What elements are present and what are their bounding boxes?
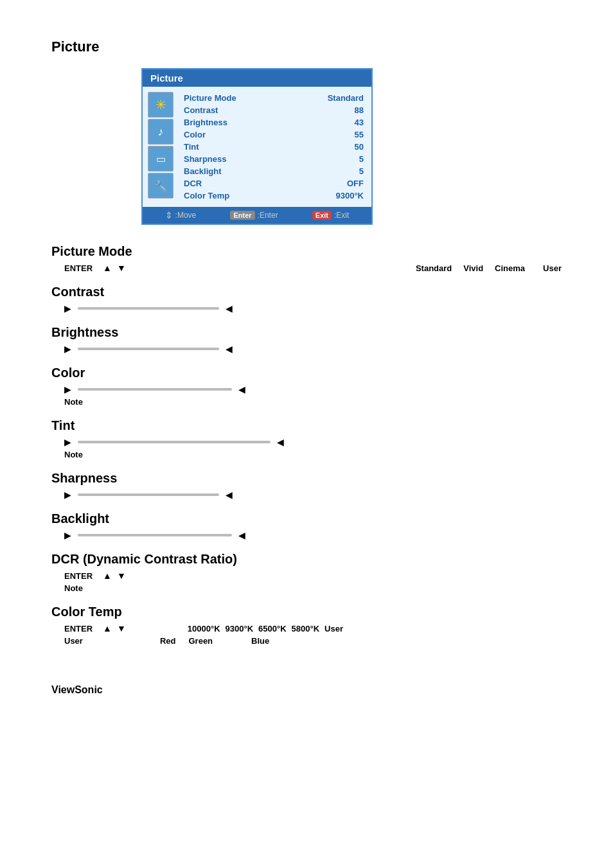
contrast-slider-track[interactable] — [78, 307, 219, 310]
sub-option-red: Red — [160, 636, 176, 646]
left-arrow-brightness[interactable]: ◀ — [226, 344, 233, 354]
color-slider-track[interactable] — [78, 388, 232, 391]
exit-button-osd[interactable]: Exit — [312, 211, 332, 220]
tint-slider-track[interactable] — [78, 441, 271, 443]
osd-value-backlight: 5 — [359, 166, 364, 176]
option-user-ct: User — [324, 624, 343, 633]
osd-menu-body: ✳ ♪ ▭ 🔧 Picture Mode Standard Contr — [143, 87, 371, 207]
down-arrow-picture-mode[interactable]: ▼ — [117, 263, 126, 273]
osd-label-color-temp: Color Temp — [184, 191, 229, 200]
osd-row-color: Color 55 — [181, 128, 366, 141]
osd-row-picture-mode: Picture Mode Standard — [181, 92, 366, 104]
sub-option-blue: Blue — [251, 636, 269, 646]
section-dcr: DCR (Dynamic Contrast Ratio) ENTER ▲ ▼ N… — [51, 552, 562, 593]
monitor-icon: ▭ — [148, 146, 173, 172]
osd-menu: Picture ✳ ♪ ▭ 🔧 Picture Mode Sta — [141, 68, 373, 225]
sharpness-control-row: ▶ ◀ — [51, 490, 562, 500]
brightness-slider-track[interactable] — [78, 348, 219, 350]
right-arrow-backlight[interactable]: ▶ — [64, 530, 71, 540]
down-arrow-dcr[interactable]: ▼ — [117, 571, 126, 581]
page-title: Picture — [51, 39, 562, 55]
osd-enter-item: Enter :Enter — [230, 211, 278, 220]
backlight-slider-track[interactable] — [78, 534, 232, 536]
move-arrows-icon: ⇕ — [165, 210, 173, 220]
right-arrow-sharpness[interactable]: ▶ — [64, 490, 71, 500]
tint-control-row: ▶ ◀ — [51, 437, 562, 447]
osd-value-brightness: 43 — [355, 118, 364, 127]
heading-brightness: Brightness — [51, 325, 562, 340]
osd-value-picture-mode: Standard — [328, 93, 364, 103]
up-arrow-dcr[interactable]: ▲ — [103, 571, 112, 581]
option-vivid: Vivid — [463, 263, 483, 273]
up-arrow-color-temp[interactable]: ▲ — [103, 623, 112, 633]
right-arrow-brightness[interactable]: ▶ — [64, 344, 71, 354]
option-6500k: 6500°K — [258, 624, 287, 633]
brand-name: ViewSonic — [51, 684, 103, 695]
wrench-icon: 🔧 — [148, 173, 173, 199]
right-arrow-color[interactable]: ▶ — [64, 384, 71, 394]
right-arrow-tint[interactable]: ▶ — [64, 437, 71, 447]
brightness-control-row: ▶ ◀ — [51, 344, 562, 354]
osd-icons: ✳ ♪ ▭ 🔧 — [148, 92, 176, 202]
osd-menu-title: Picture — [143, 69, 371, 87]
contrast-control-row: ▶ ◀ — [51, 303, 562, 314]
section-color: Color ▶ ◀ Note — [51, 366, 562, 407]
enter-label-picture-mode: ENTER — [64, 263, 93, 273]
brand-section: ViewSonic — [51, 684, 562, 696]
osd-row-sharpness: Sharpness 5 — [181, 153, 366, 165]
up-arrow-picture-mode[interactable]: ▲ — [103, 263, 112, 273]
note-dcr: Note — [51, 583, 562, 593]
enter-label-color-temp: ENTER — [64, 624, 93, 633]
right-arrow-contrast[interactable]: ▶ — [64, 303, 71, 314]
left-arrow-tint[interactable]: ◀ — [277, 437, 284, 447]
enter-action-label: :Enter — [258, 211, 278, 220]
osd-settings: Picture Mode Standard Contrast 88 Bright… — [181, 92, 366, 202]
osd-row-backlight: Backlight 5 — [181, 165, 366, 177]
osd-label-brightness: Brightness — [184, 118, 227, 127]
option-user-pm: User — [543, 263, 562, 273]
osd-row-contrast: Contrast 88 — [181, 104, 366, 116]
left-arrow-color[interactable]: ◀ — [238, 384, 245, 394]
sub-option-green: Green — [188, 636, 213, 646]
enter-button-osd[interactable]: Enter — [230, 211, 254, 220]
heading-color-temp: Color Temp — [51, 605, 562, 619]
option-10000k: 10000°K — [188, 624, 220, 633]
option-standard: Standard — [416, 263, 452, 273]
section-color-temp: Color Temp ENTER ▲ ▼ 10000°K 9300°K 6500… — [51, 605, 562, 646]
color-temp-sub-row: User Red Green Blue — [51, 636, 562, 646]
picture-mode-control-row: ENTER ▲ ▼ Standard Vivid Cinema User — [51, 263, 562, 273]
option-5800k: 5800°K — [292, 624, 320, 633]
osd-move-item: ⇕ :Move — [165, 210, 197, 220]
left-arrow-sharpness[interactable]: ◀ — [226, 490, 233, 500]
heading-contrast: Contrast — [51, 285, 562, 299]
option-9300k: 9300°K — [226, 624, 254, 633]
heading-color: Color — [51, 366, 562, 380]
left-arrow-contrast[interactable]: ◀ — [226, 303, 233, 314]
down-arrow-color-temp[interactable]: ▼ — [117, 623, 126, 633]
color-control-row: ▶ ◀ — [51, 384, 562, 394]
option-cinema: Cinema — [495, 263, 525, 273]
osd-exit-item: Exit :Exit — [312, 211, 350, 220]
osd-value-contrast: 88 — [355, 105, 364, 115]
left-arrow-backlight[interactable]: ◀ — [238, 530, 245, 540]
heading-dcr: DCR (Dynamic Contrast Ratio) — [51, 552, 562, 567]
enter-label-dcr: ENTER — [64, 571, 93, 581]
heading-backlight: Backlight — [51, 511, 562, 526]
osd-row-tint: Tint 50 — [181, 141, 366, 153]
page-container: Picture Picture ✳ ♪ ▭ 🔧 Picture — [0, 0, 613, 722]
osd-value-color: 55 — [355, 130, 364, 139]
osd-label-sharpness: Sharpness — [184, 154, 226, 164]
music-icon: ♪ — [148, 119, 173, 145]
note-tint: Note — [51, 450, 562, 459]
color-temp-control-row: ENTER ▲ ▼ 10000°K 9300°K 6500°K 5800°K U… — [51, 623, 562, 633]
osd-label-backlight: Backlight — [184, 166, 222, 176]
sub-label-user: User — [64, 636, 83, 646]
sharpness-slider-track[interactable] — [78, 493, 219, 496]
dcr-control-row: ENTER ▲ ▼ — [51, 571, 562, 581]
osd-row-dcr: DCR OFF — [181, 177, 366, 190]
osd-label-contrast: Contrast — [184, 105, 218, 115]
osd-value-dcr: OFF — [347, 179, 364, 188]
osd-label-dcr: DCR — [184, 179, 202, 188]
osd-row-color-temp: Color Temp 9300°K — [181, 190, 366, 202]
osd-value-sharpness: 5 — [359, 154, 364, 164]
